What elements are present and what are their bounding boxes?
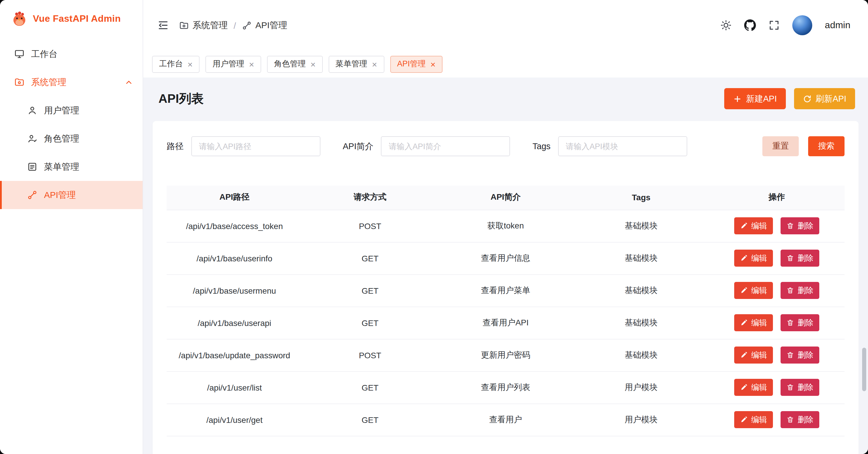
edit-button[interactable]: 编辑 xyxy=(734,346,773,364)
summary-input[interactable] xyxy=(381,136,510,156)
sidebar-item-label: 系统管理 xyxy=(31,77,66,88)
main-area: 系统管理 / API管理 xyxy=(143,0,868,454)
breadcrumb-item-api[interactable]: API管理 xyxy=(242,20,287,31)
pencil-icon xyxy=(740,287,748,294)
page-scrollbar[interactable] xyxy=(862,348,866,391)
api-path-cell: /api/v1/base/access_token xyxy=(167,210,302,242)
pencil-icon xyxy=(740,222,748,230)
sidebar-item-menus[interactable]: 菜单管理 xyxy=(0,153,143,181)
tab-users[interactable]: 用户管理 × xyxy=(206,56,261,73)
refresh-api-button[interactable]: 刷新API xyxy=(794,88,855,109)
close-icon[interactable]: × xyxy=(249,60,254,68)
create-api-button[interactable]: 新建API xyxy=(724,88,786,109)
delete-button[interactable]: 删除 xyxy=(780,217,819,234)
path-filter-label: 路径 xyxy=(167,141,184,152)
reset-button[interactable]: 重置 xyxy=(762,136,799,156)
fullscreen-icon[interactable] xyxy=(769,19,780,31)
chevron-up-icon xyxy=(124,78,133,87)
api-table: API路径 请求方式 API简介 Tags 操作 /api/v1/base/ac… xyxy=(167,186,844,436)
user-avatar[interactable] xyxy=(793,15,812,35)
api-icon xyxy=(27,190,37,200)
actions-cell: 编辑 删除 xyxy=(709,242,844,274)
pencil-icon xyxy=(740,351,748,359)
refresh-icon xyxy=(803,94,811,103)
api-path-cell: /api/v1/base/userinfo xyxy=(167,242,302,274)
close-icon[interactable]: × xyxy=(372,60,377,68)
sidebar-item-api[interactable]: API管理 xyxy=(0,181,143,209)
table-row: /api/v1/base/usermenu GET 查看用户菜单 基础模块 编辑 xyxy=(167,274,844,307)
edit-button[interactable]: 编辑 xyxy=(734,379,773,396)
sidebar-item-label: 工作台 xyxy=(31,49,58,60)
tab-label: 菜单管理 xyxy=(336,59,367,69)
method-cell: POST xyxy=(302,210,438,242)
close-icon[interactable]: × xyxy=(187,60,193,68)
summary-cell: 查看用户API xyxy=(438,307,574,339)
plus-icon xyxy=(733,94,742,103)
summary-cell: 查看用户 xyxy=(438,403,574,436)
collapse-sidebar-icon[interactable] xyxy=(157,19,169,31)
tab-roles[interactable]: 角色管理 × xyxy=(267,56,323,73)
page-content: API列表 新建API 刷新API xyxy=(143,78,868,454)
github-icon[interactable] xyxy=(744,19,756,31)
delete-button[interactable]: 删除 xyxy=(780,314,819,331)
pencil-icon xyxy=(740,416,748,423)
delete-button[interactable]: 删除 xyxy=(780,346,819,364)
delete-button[interactable]: 删除 xyxy=(780,411,819,428)
tags-cell: 用户模块 xyxy=(574,403,709,436)
trash-icon xyxy=(786,254,794,262)
tags-cell: 基础模块 xyxy=(574,210,709,242)
breadcrumb-item-system[interactable]: 系统管理 xyxy=(179,20,228,31)
search-button[interactable]: 搜索 xyxy=(808,136,844,156)
table-header-row: API路径 请求方式 API简介 Tags 操作 xyxy=(167,186,844,210)
sidebar-item-roles[interactable]: 角色管理 xyxy=(0,124,143,153)
summary-filter-label: API简介 xyxy=(343,141,374,152)
tab-workbench[interactable]: 工作台 × xyxy=(152,56,200,73)
sidebar-item-workbench[interactable]: 工作台 xyxy=(0,40,143,68)
delete-button[interactable]: 删除 xyxy=(780,250,819,267)
column-header-actions: 操作 xyxy=(709,186,844,210)
delete-button[interactable]: 删除 xyxy=(780,282,819,299)
sidebar-item-label: 角色管理 xyxy=(44,133,79,144)
delete-button[interactable]: 删除 xyxy=(780,379,819,396)
method-cell: GET xyxy=(302,403,438,436)
api-path-cell: /api/v1/user/get xyxy=(167,403,302,436)
monitor-icon xyxy=(14,49,25,59)
username[interactable]: admin xyxy=(825,20,850,31)
close-icon[interactable]: × xyxy=(431,60,436,68)
table-row: /api/v1/user/get GET 查看用户 用户模块 编辑 xyxy=(167,403,844,436)
actions-cell: 编辑 删除 xyxy=(709,307,844,339)
edit-button[interactable]: 编辑 xyxy=(734,282,773,299)
tags-cell: 用户模块 xyxy=(574,371,709,403)
logo[interactable]: Vue FastAPI Admin xyxy=(0,0,143,37)
edit-button[interactable]: 编辑 xyxy=(734,314,773,331)
path-input[interactable] xyxy=(191,136,320,156)
method-cell: GET xyxy=(302,242,438,274)
page-title: API列表 xyxy=(158,90,204,107)
sidebar-item-system[interactable]: 系统管理 xyxy=(0,68,143,96)
tab-menus[interactable]: 菜单管理 × xyxy=(329,56,384,73)
breadcrumb-separator: / xyxy=(234,20,236,30)
pencil-icon xyxy=(740,384,748,391)
close-icon[interactable]: × xyxy=(310,60,316,68)
trash-icon xyxy=(786,416,794,423)
summary-cell: 查看用户列表 xyxy=(438,371,574,403)
filter-bar: 路径 API简介 Tags 重置 搜索 xyxy=(167,136,844,156)
edit-button[interactable]: 编辑 xyxy=(734,250,773,267)
tab-bar: 工作台 × 用户管理 × 角色管理 × 菜单管理 × API管理 × xyxy=(143,51,868,78)
folder-gear-icon xyxy=(14,77,25,87)
edit-button[interactable]: 编辑 xyxy=(734,411,773,428)
column-header-method: 请求方式 xyxy=(302,186,438,210)
tab-api[interactable]: API管理 × xyxy=(390,56,442,73)
pencil-icon xyxy=(740,254,748,262)
theme-sun-icon[interactable] xyxy=(720,19,732,31)
table-row: /api/v1/user/list GET 查看用户列表 用户模块 编辑 xyxy=(167,371,844,403)
sidebar-item-users[interactable]: 用户管理 xyxy=(0,96,143,124)
api-icon xyxy=(242,20,252,30)
summary-cell: 获取token xyxy=(438,210,574,242)
tags-input[interactable] xyxy=(558,136,687,156)
logo-text: Vue FastAPI Admin xyxy=(33,13,121,24)
trash-icon xyxy=(786,319,794,327)
table-row: /api/v1/base/update_password POST 更新用户密码… xyxy=(167,339,844,371)
edit-button[interactable]: 编辑 xyxy=(734,217,773,234)
chicken-logo-icon xyxy=(11,10,28,27)
